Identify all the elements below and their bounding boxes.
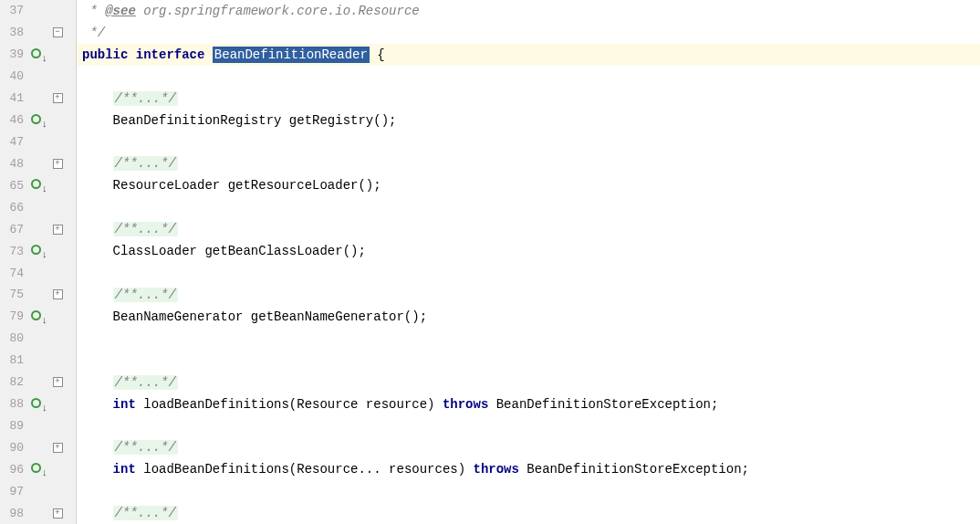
gutter-row: 88↓	[0, 393, 76, 415]
line-number[interactable]: 80	[0, 331, 27, 345]
code-area[interactable]: * @see org.springframework.core.io.Resou…	[77, 0, 980, 524]
code-token: BeanNameGenerator getBeanNameGenerator()…	[113, 309, 427, 324]
code-line[interactable]: public interface BeanDefinitionReader {	[82, 44, 980, 66]
indent	[82, 222, 113, 236]
code-line[interactable]: /**...*/	[82, 218, 980, 240]
code-line[interactable]: ClassLoader getBeanClassLoader();	[82, 240, 980, 262]
fold-expand-icon[interactable]: +	[53, 289, 63, 299]
line-number[interactable]: 40	[0, 69, 27, 83]
code-token: loadBeanDefinitions(Resource resource)	[136, 397, 443, 412]
gutter-row: 48+	[0, 152, 76, 174]
code-line[interactable]: /**...*/	[82, 88, 980, 110]
code-line[interactable]: /**...*/	[82, 502, 980, 524]
code-line[interactable]: BeanNameGenerator getBeanNameGenerator()…	[82, 306, 980, 328]
fold-expand-icon[interactable]: +	[53, 508, 63, 519]
line-number[interactable]: 39	[0, 47, 27, 61]
implemented-marker-icon[interactable]: ↓	[31, 245, 44, 257]
code-line[interactable]	[82, 350, 980, 372]
line-number[interactable]: 88	[0, 397, 27, 411]
line-number[interactable]: 96	[0, 463, 27, 477]
line-number[interactable]: 75	[0, 288, 27, 301]
line-number[interactable]: 74	[0, 267, 27, 280]
code-token: BeanDefinitionStoreException;	[488, 397, 718, 412]
code-line[interactable]	[82, 262, 980, 284]
gutter-row: 89	[0, 415, 76, 437]
line-number[interactable]: 48	[0, 157, 27, 171]
line-number[interactable]: 65	[0, 179, 27, 193]
code-editor[interactable]: 3738−39↓4041+46↓4748+65↓6667+73↓7475+79↓…	[0, 0, 980, 524]
fold-expand-icon[interactable]: +	[53, 377, 63, 387]
code-token: loadBeanDefinitions(Resource... resource…	[136, 462, 474, 477]
code-line[interactable]	[82, 196, 980, 218]
code-token: throws	[474, 462, 519, 477]
code-line[interactable]	[82, 131, 980, 153]
fold-cell: +	[47, 508, 68, 519]
line-number[interactable]: 66	[0, 201, 27, 215]
code-line[interactable]	[82, 480, 980, 502]
line-number[interactable]: 73	[0, 245, 27, 258]
line-number[interactable]: 41	[0, 91, 27, 105]
marker-cell: ↓	[27, 48, 47, 61]
code-token: /**...*/	[113, 222, 178, 236]
fold-cell: +	[47, 377, 68, 387]
implemented-marker-icon[interactable]: ↓	[31, 463, 44, 476]
implemented-marker-icon[interactable]: ↓	[31, 179, 44, 192]
code-line[interactable]	[82, 415, 980, 437]
code-line[interactable]: /**...*/	[82, 284, 980, 306]
fold-expand-icon[interactable]: +	[53, 225, 63, 235]
indent	[82, 288, 113, 302]
code-line[interactable]: * @see org.springframework.core.io.Resou…	[82, 0, 980, 22]
line-number[interactable]: 81	[0, 353, 27, 367]
gutter-row: 96↓	[0, 458, 76, 480]
code-line[interactable]: int loadBeanDefinitions(Resource resourc…	[82, 393, 980, 415]
code-token: @see	[105, 4, 136, 18]
indent	[82, 506, 113, 520]
implemented-marker-icon[interactable]: ↓	[31, 48, 44, 61]
fold-expand-icon[interactable]: +	[53, 443, 63, 453]
implemented-marker-icon[interactable]: ↓	[31, 398, 44, 411]
code-token: ClassLoader getBeanClassLoader();	[113, 244, 366, 258]
line-number[interactable]: 67	[0, 223, 27, 236]
gutter-row: 38−	[0, 22, 76, 44]
marker-cell: ↓	[27, 245, 47, 257]
fold-collapse-icon[interactable]: −	[53, 27, 63, 37]
code-token: ResourceLoader getResourceLoader();	[113, 178, 381, 193]
gutter-row: 39↓	[0, 44, 76, 66]
line-number[interactable]: 37	[0, 4, 27, 17]
fold-expand-icon[interactable]: +	[53, 159, 63, 169]
line-number[interactable]: 79	[0, 309, 27, 323]
gutter-row: 82+	[0, 372, 76, 393]
code-line[interactable]: ResourceLoader getResourceLoader();	[82, 174, 980, 196]
code-token: /**...*/	[113, 288, 178, 302]
code-line[interactable]: */	[82, 22, 980, 44]
line-number[interactable]: 47	[0, 135, 27, 149]
marker-cell: ↓	[27, 310, 47, 323]
fold-expand-icon[interactable]: +	[53, 93, 63, 103]
line-number[interactable]: 38	[0, 26, 27, 39]
code-line[interactable]	[82, 66, 980, 88]
code-token: BeanDefinitionReader	[213, 47, 370, 63]
line-number[interactable]: 98	[0, 507, 27, 520]
code-line[interactable]: /**...*/	[82, 152, 980, 174]
line-number[interactable]: 89	[0, 419, 27, 433]
gutter-row: 41+	[0, 88, 76, 110]
indent	[82, 244, 113, 258]
indent	[82, 375, 113, 390]
gutter-row: 97	[0, 480, 76, 502]
line-number[interactable]: 97	[0, 485, 27, 498]
line-number[interactable]: 46	[0, 113, 27, 127]
code-line[interactable]	[82, 328, 980, 350]
code-line[interactable]: /**...*/	[82, 372, 980, 393]
fold-cell: +	[47, 443, 68, 453]
gutter-row: 75+	[0, 284, 76, 306]
implemented-marker-icon[interactable]: ↓	[31, 114, 44, 127]
line-number[interactable]: 82	[0, 375, 27, 389]
indent	[82, 91, 113, 106]
code-line[interactable]: int loadBeanDefinitions(Resource... reso…	[82, 458, 980, 480]
code-line[interactable]: /**...*/	[82, 436, 980, 458]
indent	[82, 156, 113, 171]
implemented-marker-icon[interactable]: ↓	[31, 310, 44, 323]
gutter: 3738−39↓4041+46↓4748+65↓6667+73↓7475+79↓…	[0, 0, 77, 524]
line-number[interactable]: 90	[0, 441, 27, 455]
code-line[interactable]: BeanDefinitionRegistry getRegistry();	[82, 110, 980, 131]
